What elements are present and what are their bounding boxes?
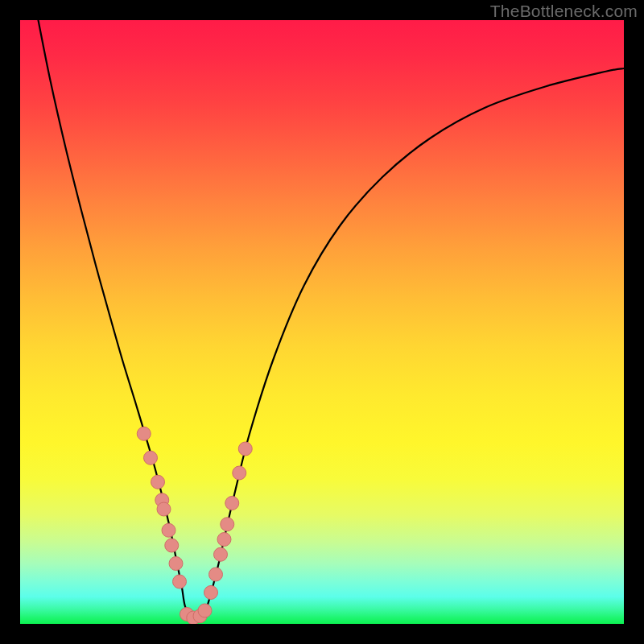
data-point [137,427,151,440]
chart-frame: TheBottleneck.com [0,0,644,644]
data-point [225,497,239,510]
data-point [238,442,252,456]
data-point [221,518,234,531]
data-point [204,586,218,600]
data-point [233,466,246,480]
data-point [162,523,175,537]
plot-area [20,20,624,624]
data-point [217,533,231,547]
data-point [157,502,171,516]
data-point [214,547,228,561]
bottleneck-curve [39,20,625,618]
watermark-text: TheBottleneck.com [490,2,638,21]
data-point [165,539,179,552]
data-point [151,475,165,489]
data-point [173,575,187,588]
curve-layer [20,20,624,624]
data-point [144,451,158,464]
data-point [209,568,223,581]
data-point [198,604,212,617]
data-point [169,557,183,571]
